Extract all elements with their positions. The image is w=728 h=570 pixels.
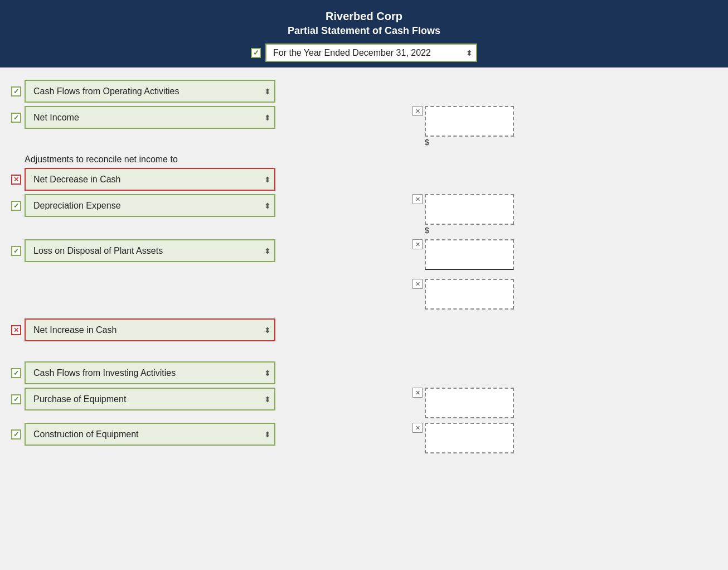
depreciation-x-btn[interactable]: ✕ xyxy=(412,194,423,204)
loss-disposal-input2-group: ✕ xyxy=(412,279,514,310)
depreciation-dollar: $ xyxy=(425,226,514,235)
net-income-checkbox[interactable]: ✓ xyxy=(11,113,21,123)
purchase-x-btn[interactable]: ✕ xyxy=(412,388,423,398)
net-decrease-checkbox[interactable]: ✕ xyxy=(11,175,21,185)
depreciation-input[interactable] xyxy=(425,194,514,225)
main-content: ✓ Cash Flows from Operating Activities ✓… xyxy=(0,67,728,463)
construction-select-wrapper[interactable]: Construction of Equipment xyxy=(25,423,275,446)
net-income-input[interactable] xyxy=(425,106,514,137)
purchase-input[interactable] xyxy=(425,388,514,418)
purchase-right: ✕ xyxy=(368,388,717,422)
construction-left: ✓ Construction of Equipment xyxy=(11,423,368,449)
depreciation-select[interactable]: Depreciation Expense xyxy=(25,194,275,217)
depreciation-input-wrapper: $ xyxy=(425,194,514,235)
purchase-checkbox[interactable]: ✓ xyxy=(11,394,21,404)
operating-activities-select[interactable]: Cash Flows from Operating Activities xyxy=(25,80,275,103)
purchase-select[interactable]: Purchase of Equipment xyxy=(25,388,275,410)
net-increase-checkbox[interactable]: ✕ xyxy=(11,325,21,335)
net-income-input-wrapper: $ xyxy=(425,106,514,147)
net-increase-row: ✕ Net Increase in Cash xyxy=(11,318,717,341)
net-income-section: ✓ Net Income ✕ $ xyxy=(11,106,717,150)
loss-disposal-x-btn1[interactable]: ✕ xyxy=(412,239,423,249)
date-checkbox[interactable]: ✓ xyxy=(251,48,261,58)
depreciation-right: ✕ $ xyxy=(368,194,717,238)
net-increase-select-wrapper[interactable]: Net Increase in Cash xyxy=(25,318,275,341)
construction-input[interactable] xyxy=(425,423,514,453)
statement-title: Partial Statement of Cash Flows xyxy=(6,25,722,37)
loss-disposal-input1-group: ✕ xyxy=(412,239,514,270)
net-increase-select[interactable]: Net Increase in Cash xyxy=(25,318,275,341)
net-decrease-row: ✕ Net Decrease in Cash xyxy=(11,168,717,191)
purchase-left: ✓ Purchase of Equipment xyxy=(11,388,368,414)
loss-disposal-input1[interactable] xyxy=(425,239,514,270)
net-income-select[interactable]: Net Income xyxy=(25,106,275,129)
company-name: Riverbed Corp xyxy=(6,10,722,23)
investing-select-wrapper[interactable]: Cash Flows from Investing Activities xyxy=(25,361,275,384)
date-select[interactable]: For the Year Ended December 31, 2022 xyxy=(265,44,477,62)
operating-checkbox[interactable]: ✓ xyxy=(11,86,21,96)
loss-disposal-right: ✕ ✕ xyxy=(368,239,717,313)
net-income-right: ✕ $ xyxy=(368,106,717,150)
investing-activities-select[interactable]: Cash Flows from Investing Activities xyxy=(25,361,275,384)
loss-disposal-input2[interactable] xyxy=(425,279,514,310)
purchase-section: ✓ Purchase of Equipment ✕ xyxy=(11,388,717,422)
loss-disposal-select-wrapper[interactable]: Loss on Disposal of Plant Assets xyxy=(25,239,275,262)
net-income-input-group: ✕ $ xyxy=(412,106,514,147)
construction-row: ✓ Construction of Equipment xyxy=(11,423,368,446)
date-select-wrapper[interactable]: For the Year Ended December 31, 2022 xyxy=(265,44,477,62)
net-decrease-select-wrapper[interactable]: Net Decrease in Cash xyxy=(25,168,275,191)
construction-section: ✓ Construction of Equipment ✕ xyxy=(11,423,717,457)
operating-activities-row: ✓ Cash Flows from Operating Activities xyxy=(11,80,717,103)
depreciation-section: ✓ Depreciation Expense ✕ $ xyxy=(11,194,717,238)
loss-disposal-left: ✓ Loss on Disposal of Plant Assets xyxy=(11,239,368,265)
construction-input-group: ✕ xyxy=(412,423,514,453)
net-income-select-wrapper[interactable]: Net Income xyxy=(25,106,275,129)
loss-disposal-inputs: ✕ ✕ xyxy=(412,239,514,313)
loss-disposal-section: ✓ Loss on Disposal of Plant Assets ✕ xyxy=(11,239,717,313)
net-income-left: ✓ Net Income xyxy=(11,106,368,132)
purchase-select-wrapper[interactable]: Purchase of Equipment xyxy=(25,388,275,410)
purchase-input-group: ✕ xyxy=(412,388,514,418)
construction-x-btn[interactable]: ✕ xyxy=(412,423,423,433)
depreciation-left: ✓ Depreciation Expense xyxy=(11,194,368,220)
depreciation-select-wrapper[interactable]: Depreciation Expense xyxy=(25,194,275,217)
loss-disposal-x-btn2[interactable]: ✕ xyxy=(412,279,423,289)
net-income-dollar: $ xyxy=(425,138,514,147)
adjustments-text: Adjustments to reconcile net income to xyxy=(11,151,717,168)
construction-right: ✕ xyxy=(368,423,717,457)
loss-disposal-checkbox[interactable]: ✓ xyxy=(11,246,21,256)
loss-disposal-row: ✓ Loss on Disposal of Plant Assets xyxy=(11,239,368,262)
depreciation-row: ✓ Depreciation Expense xyxy=(11,194,368,217)
depreciation-checkbox[interactable]: ✓ xyxy=(11,201,21,211)
net-income-row: ✓ Net Income xyxy=(11,106,368,129)
loss-disposal-select[interactable]: Loss on Disposal of Plant Assets xyxy=(25,239,275,262)
net-income-x-btn[interactable]: ✕ xyxy=(412,106,423,116)
construction-select[interactable]: Construction of Equipment xyxy=(25,423,275,446)
investing-checkbox[interactable]: ✓ xyxy=(11,368,21,378)
operating-select-wrapper[interactable]: Cash Flows from Operating Activities xyxy=(25,80,275,103)
spacer xyxy=(11,345,717,361)
net-decrease-select[interactable]: Net Decrease in Cash xyxy=(25,168,275,191)
depreciation-input-group: ✕ $ xyxy=(412,194,514,235)
construction-checkbox[interactable]: ✓ xyxy=(11,429,21,439)
header: Riverbed Corp Partial Statement of Cash … xyxy=(0,0,728,67)
investing-activities-row: ✓ Cash Flows from Investing Activities xyxy=(11,361,717,384)
purchase-row: ✓ Purchase of Equipment xyxy=(11,388,368,410)
